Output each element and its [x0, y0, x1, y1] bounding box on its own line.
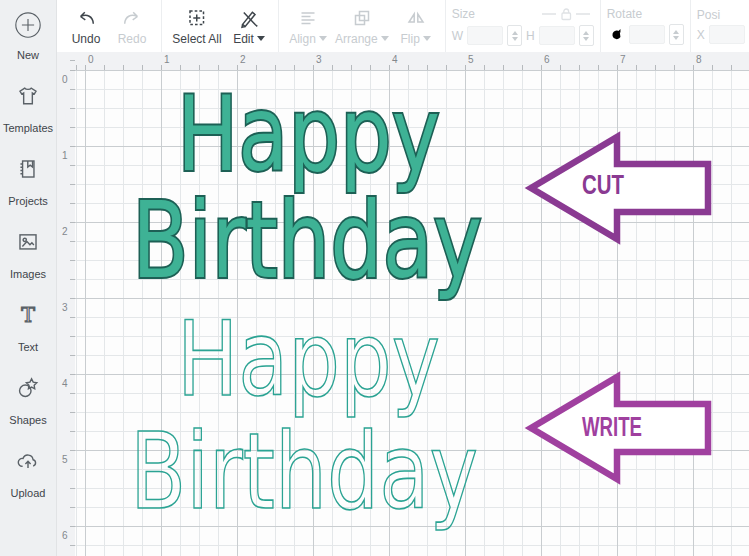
chevron-down-icon [423, 36, 431, 41]
stepper-up-icon[interactable] [673, 30, 679, 34]
undo-label: Undo [72, 32, 101, 46]
ruler-mark: 1 [62, 150, 68, 161]
toolbar: Undo Redo Select All [57, 0, 749, 52]
canvas-text-happy-outline[interactable]: Happy [177, 299, 440, 419]
arrange-label: Arrange [335, 32, 378, 46]
align-button[interactable]: Align [285, 7, 331, 46]
size-label: Size [452, 7, 475, 21]
flip-button[interactable]: Flip [393, 7, 439, 46]
canvas-text-happy-filled[interactable]: Happy [177, 74, 440, 194]
rotate-icon [607, 26, 625, 44]
arrange-icon [351, 7, 373, 29]
toolbar-group-position: Posi X [691, 0, 749, 52]
flip-label: Flip [401, 32, 420, 46]
ruler-horizontal: 0 1 2 3 4 5 6 7 8 [75, 52, 749, 70]
design-canvas[interactable]: Happy Birthday Happy Birthday CUT WRITE [75, 70, 749, 556]
sidebar-item-projects[interactable]: Projects [8, 156, 48, 207]
edit-label: Edit [233, 32, 254, 46]
sidebar-item-templates[interactable]: Templates [3, 83, 53, 134]
align-label: Align [289, 32, 316, 46]
sidebar-item-label: Templates [3, 122, 53, 134]
undo-icon [75, 7, 97, 29]
width-input[interactable] [467, 26, 503, 45]
ruler-mark: 6 [544, 54, 550, 65]
cloud-upload-icon [15, 448, 41, 474]
letter-t-icon: T [15, 302, 41, 328]
height-stepper[interactable] [579, 25, 594, 46]
sidebar-item-upload[interactable]: Upload [11, 448, 46, 499]
toolbar-group-layout: Align Arrange Flip [279, 0, 446, 52]
chevron-down-icon [381, 36, 389, 41]
ruler-mark: 4 [392, 54, 398, 65]
height-input[interactable] [539, 26, 575, 45]
toolbar-group-edit: Select All Edit [162, 0, 279, 52]
stepper-down-icon[interactable] [673, 36, 679, 40]
ruler-mark: 1 [164, 54, 170, 65]
ruler-mark: 3 [62, 302, 68, 313]
ruler-mark: 7 [620, 54, 626, 65]
sidebar-item-label: Text [18, 341, 38, 353]
edit-button[interactable]: Edit [226, 7, 272, 46]
select-all-button[interactable]: Select All [168, 7, 226, 46]
plus-circle-icon [13, 10, 43, 40]
cut-arrow-label[interactable]: CUT [582, 170, 624, 200]
ruler-mark: 2 [62, 226, 68, 237]
position-x-label: X [697, 28, 705, 42]
ruler-mark: 0 [62, 74, 68, 85]
align-icon [297, 7, 319, 29]
ruler-vertical: 0 1 2 3 4 5 6 [57, 52, 75, 556]
photo-icon [15, 229, 41, 255]
sidebar-item-label: Images [10, 268, 46, 280]
rotate-input[interactable] [629, 25, 665, 44]
ruler-mark: 2 [240, 54, 246, 65]
rotate-label: Rotate [607, 7, 642, 21]
height-label: H [526, 29, 535, 43]
design-app-window: Undo Redo Select All [0, 0, 749, 556]
sidebar-item-new[interactable]: New [13, 10, 43, 61]
rotate-stepper[interactable] [669, 24, 684, 45]
select-all-icon [186, 7, 208, 29]
stepper-up-icon[interactable] [512, 31, 518, 35]
edit-icon [238, 7, 260, 29]
shapes-icon [15, 375, 41, 401]
notebook-icon [15, 156, 41, 182]
stepper-down-icon[interactable] [583, 37, 589, 41]
canvas-text-birthday-outline[interactable]: Birthday [130, 411, 478, 533]
write-arrow[interactable]: WRITE [531, 377, 708, 479]
svg-text:T: T [21, 303, 35, 327]
redo-label: Redo [118, 32, 147, 46]
stepper-down-icon[interactable] [512, 37, 518, 41]
sidebar-item-images[interactable]: Images [10, 229, 46, 280]
sidebar-item-label: Projects [8, 195, 48, 207]
chevron-down-icon [319, 36, 327, 41]
redo-button[interactable]: Redo [109, 7, 155, 46]
canvas-text-birthday-filled[interactable]: Birthday [132, 180, 482, 302]
cut-arrow[interactable]: CUT [531, 137, 708, 239]
ruler-mark: 6 [62, 530, 68, 541]
tshirt-icon [15, 83, 41, 109]
ruler-mark: 5 [468, 54, 474, 65]
width-label: W [452, 29, 463, 43]
write-arrow-label[interactable]: WRITE [582, 412, 642, 442]
sidebar-item-label: Upload [11, 487, 46, 499]
sidebar-item-label: New [17, 49, 39, 61]
toolbar-group-history: Undo Redo [57, 0, 162, 52]
ruler-mark: 3 [316, 54, 322, 65]
ruler-mark: 8 [696, 54, 702, 65]
position-x-input[interactable] [709, 25, 745, 44]
select-all-label: Select All [172, 32, 221, 46]
chevron-down-icon [257, 36, 265, 41]
ruler-mark: 0 [88, 54, 94, 65]
width-stepper[interactable] [507, 25, 522, 46]
ruler-mark: 5 [62, 454, 68, 465]
ruler-mark: 4 [62, 378, 68, 389]
undo-button[interactable]: Undo [63, 7, 109, 46]
sidebar-item-text[interactable]: T Text [15, 302, 41, 353]
arrange-button[interactable]: Arrange [331, 7, 393, 46]
sidebar-item-shapes[interactable]: Shapes [9, 375, 46, 426]
redo-icon [121, 7, 143, 29]
sidebar: New Templates Projects Images [0, 0, 57, 556]
toolbar-group-size: Size W H [446, 0, 601, 52]
lock-icon[interactable] [524, 6, 594, 22]
stepper-up-icon[interactable] [583, 31, 589, 35]
